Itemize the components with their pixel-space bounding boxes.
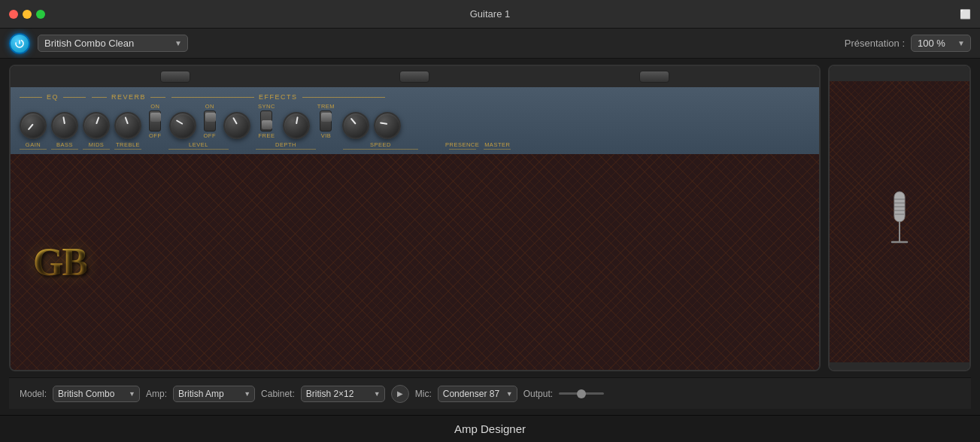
slider-track — [559, 392, 604, 395]
gb-logo: GB — [33, 240, 86, 284]
sync-toggle-switch[interactable] — [260, 110, 272, 132]
handle-right — [639, 71, 669, 83]
app-name-bar: Amp Designer — [0, 415, 980, 442]
presentation-label: Présentation : — [845, 38, 905, 49]
sync-toggle-lever — [262, 120, 272, 129]
output-slider[interactable] — [559, 392, 604, 395]
model-select[interactable]: British Combo British Lead American Clea… — [53, 386, 140, 402]
mids-knob[interactable] — [83, 112, 110, 139]
depth-knob[interactable] — [223, 112, 250, 139]
cabinet-label: Cabinet: — [261, 389, 295, 399]
level-knob[interactable] — [169, 112, 196, 139]
speed-label: SPEED — [370, 141, 391, 148]
microphone-icon — [884, 188, 915, 256]
model-selector[interactable]: British Combo British Lead American Clea… — [53, 386, 140, 402]
cabinet-top — [830, 66, 969, 81]
reverb-label: REVERB — [107, 93, 150, 101]
gain-label: GAIN — [26, 141, 41, 148]
level-control — [169, 112, 196, 139]
speed-knob[interactable] — [283, 112, 310, 139]
play-button[interactable]: ▶ — [391, 385, 409, 403]
presentation-select[interactable]: 50 % 75 % 100 % 125 % 150 % — [911, 35, 971, 52]
reverb-on-toggle[interactable]: ON OFF — [149, 103, 162, 139]
master-control — [374, 112, 401, 139]
reverb-toggle-switch[interactable] — [149, 110, 161, 132]
effects-toggle-lever — [205, 113, 216, 122]
presentation-selector[interactable]: 50 % 75 % 100 % 125 % 150 % ▼ — [911, 35, 971, 52]
depth-line — [256, 149, 316, 150]
eq-line-left — [20, 97, 42, 98]
presence-label: PRESENCE — [445, 141, 479, 148]
mic-select[interactable]: Condenser 87 Dynamic 57 Ribbon 121 — [438, 386, 517, 402]
main-content: EQ REVERB EFFECTS — [0, 59, 980, 415]
treble-label: TREBLE — [116, 141, 140, 148]
amp-top-handles — [11, 66, 819, 87]
gain-line — [20, 149, 47, 150]
gain-knob[interactable] — [20, 112, 47, 139]
amp-selector[interactable]: British Amp American Amp ▼ — [173, 386, 255, 402]
presence-control — [342, 112, 369, 139]
trem-vib-lever — [321, 113, 332, 122]
free-label: FREE — [258, 132, 275, 139]
treble-line — [114, 149, 141, 150]
cabinet — [828, 65, 971, 371]
handle-center — [399, 71, 429, 83]
effects-on-toggle[interactable]: ON OFF — [204, 103, 217, 139]
eq-line-right — [63, 97, 86, 98]
master-label: MASTER — [484, 141, 510, 148]
model-label: Model: — [20, 389, 47, 399]
effects-toggle-switch[interactable] — [204, 110, 216, 132]
presence-knob[interactable] — [342, 112, 369, 139]
minimize-button[interactable] — [23, 10, 32, 19]
window-controls — [9, 10, 45, 19]
preset-selector[interactable]: British Combo Clean British Combo Britis… — [38, 35, 188, 52]
toolbar-right: Présentation : 50 % 75 % 100 % 125 % 150… — [845, 35, 971, 52]
slider-thumb[interactable] — [577, 389, 586, 398]
speed-line — [343, 149, 418, 150]
treble-control — [114, 112, 141, 139]
reverb-line-right — [150, 97, 165, 98]
trem-vib-switch[interactable] — [320, 110, 332, 132]
bass-label: BASS — [56, 141, 73, 148]
mids-label: MIDS — [89, 141, 105, 148]
treble-knob[interactable] — [114, 112, 141, 139]
reverb-off-label: OFF — [149, 132, 162, 139]
restore-icon[interactable]: ⬜ — [960, 9, 971, 20]
amp-select[interactable]: British Amp American Amp — [173, 386, 255, 402]
bass-control — [51, 112, 78, 139]
bottom-controls: Model: British Combo British Lead Americ… — [9, 377, 971, 409]
handle-left — [160, 71, 190, 83]
effects-line-right — [302, 97, 385, 98]
mic-label: Mic: — [415, 389, 432, 399]
knobs-row: ON OFF ON — [20, 103, 810, 139]
knob-labels-row: GAIN BASS MIDS TREBLE — [20, 141, 810, 150]
preset-select[interactable]: British Combo Clean British Combo Britis… — [38, 35, 188, 52]
close-button[interactable] — [9, 10, 18, 19]
speaker-grille: GB — [11, 154, 819, 370]
cabinet-select[interactable]: British 2×12 British 4×12 American 1×12 — [301, 386, 385, 402]
maximize-button[interactable] — [36, 10, 45, 19]
title-bar: Guitare 1 ⬜ — [0, 0, 980, 29]
effects-off-label: OFF — [204, 132, 217, 139]
master-knob[interactable] — [374, 112, 401, 139]
power-button[interactable] — [9, 33, 30, 54]
amp-head: EQ REVERB EFFECTS — [9, 65, 821, 371]
mic-selector[interactable]: Condenser 87 Dynamic 57 Ribbon 121 ▼ — [438, 386, 517, 402]
cabinet-selector[interactable]: British 2×12 British 4×12 American 1×12 … — [301, 386, 385, 402]
toolbar: British Combo Clean British Combo Britis… — [0, 29, 980, 59]
sync-toggle[interactable]: SYNC FREE — [258, 103, 275, 139]
gain-control — [20, 112, 47, 139]
level-label: LEVEL — [189, 141, 208, 148]
reverb-line-left — [92, 97, 107, 98]
amp-label: Amp: — [146, 389, 167, 399]
window-title: Guitare 1 — [470, 8, 510, 20]
app-name: Amp Designer — [454, 422, 526, 435]
effects-label: EFFECTS — [254, 93, 302, 101]
bass-knob[interactable] — [51, 112, 78, 139]
section-headers: EQ REVERB EFFECTS — [20, 93, 810, 101]
controls-panel: EQ REVERB EFFECTS — [11, 87, 819, 154]
sync-label: SYNC — [258, 103, 275, 110]
trem-vib-toggle[interactable]: TREM VIB — [317, 103, 335, 139]
cabinet-grille — [830, 81, 969, 362]
reverb-on-label: ON — [150, 103, 159, 110]
